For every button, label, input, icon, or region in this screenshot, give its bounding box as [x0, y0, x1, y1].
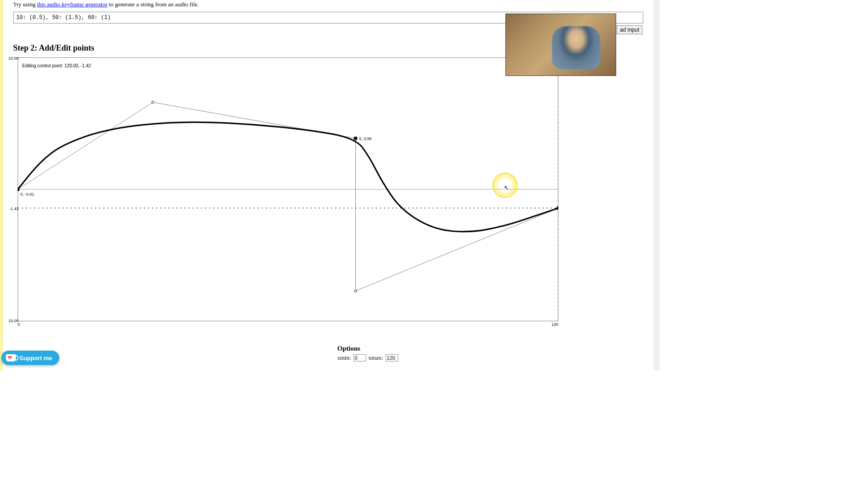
load-input-button[interactable]: ad input — [617, 25, 642, 34]
editing-point-label: Editing control point: 120.00, -1.42 — [22, 63, 91, 68]
support-label: Support me — [19, 355, 52, 361]
mid-point-label: 5, 3.86 — [359, 136, 372, 141]
origin-point-label: 0, -0.01 — [20, 192, 34, 197]
graph-container: 10.00 -1.42 10.00 0 120 0 Editing c — [18, 57, 558, 321]
audio-generator-link[interactable]: this audio keyframe generator — [37, 1, 108, 8]
x-range-controls: xmin: xmax: — [337, 354, 643, 361]
webcam-overlay — [505, 14, 616, 76]
bezier-editor-canvas[interactable]: 0 Editing control point: 120.00, -1.42 0… — [18, 57, 558, 321]
xmin-label: xmin: — [337, 354, 351, 361]
xmin-input[interactable] — [354, 354, 366, 361]
svg-point-11 — [354, 290, 357, 292]
y-tick-mid: -1.42 — [5, 206, 19, 211]
kofi-icon — [6, 354, 16, 361]
xmax-label: xmax: — [368, 354, 383, 361]
xmax-input[interactable] — [386, 354, 398, 361]
scrollbar-track[interactable] — [653, 0, 660, 371]
support-me-button[interactable]: Support me — [1, 351, 59, 365]
intro-text: Try using this audio keyframe generator … — [13, 0, 643, 10]
y-tick-top: 10.00 — [5, 56, 19, 61]
x-tick-left: 0 — [18, 322, 20, 327]
svg-point-7 — [152, 101, 154, 103]
y-tick-bottom: 10.00 — [5, 319, 19, 323]
anchor-point[interactable] — [354, 136, 358, 140]
intro-suffix: to generate a string from an audio file. — [108, 1, 199, 8]
options-heading: Options — [337, 345, 643, 352]
x-tick-right: 120 — [552, 322, 558, 327]
intro-prefix: Try using — [13, 1, 37, 8]
